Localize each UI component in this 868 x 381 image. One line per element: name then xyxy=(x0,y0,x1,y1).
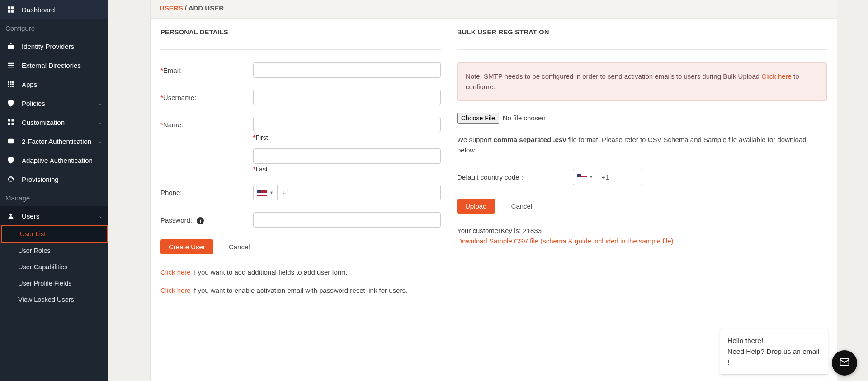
puzzle-icon xyxy=(6,118,15,127)
email-input[interactable] xyxy=(253,62,441,78)
svg-rect-17 xyxy=(12,119,14,121)
mail-icon xyxy=(839,356,850,370)
sidebar-subitem-user-capabilities[interactable]: User Capabilities xyxy=(0,259,108,275)
sidebar-item-identity-providers[interactable]: Identity Providers xyxy=(0,37,108,56)
svg-rect-16 xyxy=(8,119,10,121)
personal-details-section: PERSONAL DETAILS *Email: *Username: *Nam… xyxy=(160,29,441,296)
shield-check-icon xyxy=(6,156,15,165)
breadcrumb-users-link[interactable]: USERS xyxy=(160,4,183,12)
link-configure-smtp[interactable]: Click here xyxy=(761,72,792,80)
grid-icon xyxy=(6,80,15,89)
dropdown-caret-icon: ▼ xyxy=(269,190,274,195)
svg-rect-1 xyxy=(11,6,14,9)
sidebar-subitem-user-roles[interactable]: User Roles xyxy=(0,243,108,259)
chat-fab-button[interactable] xyxy=(832,350,857,376)
chevron-down-icon: ⌄ xyxy=(99,101,102,106)
svg-rect-19 xyxy=(12,123,14,125)
phone-country-selector[interactable]: ▼ xyxy=(254,185,278,200)
svg-rect-13 xyxy=(8,86,9,87)
password-input[interactable] xyxy=(253,212,441,228)
create-user-button[interactable]: Create User xyxy=(160,239,213,254)
svg-rect-12 xyxy=(12,84,14,85)
svg-rect-9 xyxy=(12,81,14,83)
sidebar-subitem-user-list[interactable]: User List xyxy=(1,225,108,243)
chevron-down-icon: ⌄ xyxy=(99,139,102,144)
svg-rect-0 xyxy=(8,6,10,9)
chevron-down-icon: ⌄ xyxy=(99,214,102,219)
dropdown-caret-icon: ▼ xyxy=(589,175,593,179)
svg-point-21 xyxy=(9,214,12,216)
sidebar-item-2fa[interactable]: 2-Factor Authentication ⌄ xyxy=(0,132,108,151)
sidebar-heading-manage: Manage xyxy=(0,189,108,206)
svg-rect-15 xyxy=(12,86,14,87)
helper-activation-email: Click here if you want to enable activat… xyxy=(160,285,441,296)
sidebar-item-dashboard[interactable]: Dashboard xyxy=(0,0,108,19)
svg-rect-20 xyxy=(8,139,14,144)
sidebar-label: Provisioning xyxy=(22,176,59,183)
phone-input-group: ▼ xyxy=(253,185,441,200)
sidebar-label: Adaptive Authentication xyxy=(22,157,93,164)
username-input[interactable] xyxy=(253,90,441,105)
sidebar-subitem-user-profile-fields[interactable]: User Profile Fields xyxy=(0,275,108,291)
sidebar-label: Users xyxy=(22,212,39,220)
divider xyxy=(457,49,827,50)
link-add-fields[interactable]: Click here xyxy=(160,268,191,276)
sidebar-item-policies[interactable]: Policies ⌄ xyxy=(0,94,108,113)
country-code-input[interactable] xyxy=(597,173,642,181)
label-email: *Email: xyxy=(160,62,253,74)
chat-line1: Hello there! xyxy=(727,335,821,346)
hint-first: *First xyxy=(253,134,441,141)
phone-input[interactable] xyxy=(278,185,440,200)
label-phone: Phone: xyxy=(160,185,253,196)
label-country-code: Default country code : xyxy=(457,173,523,181)
section-title-bulk: BULK USER REGISTRATION xyxy=(457,29,827,36)
sidebar-item-provisioning[interactable]: Provisioning xyxy=(0,170,108,189)
user-icon xyxy=(6,211,15,220)
flag-us-icon xyxy=(257,190,267,196)
svg-rect-6 xyxy=(8,67,14,67)
sidebar-item-external-directories[interactable]: External Directories xyxy=(0,56,108,75)
download-sample-link[interactable]: Download Sample CSV file (schema & guide… xyxy=(457,237,674,245)
upload-button[interactable]: Upload xyxy=(457,199,495,214)
lastname-input[interactable] xyxy=(253,148,441,164)
breadcrumb-current: ADD USER xyxy=(189,4,224,12)
label-name: *Name: xyxy=(160,117,253,129)
sidebar-item-customization[interactable]: Customization ⌄ xyxy=(0,113,108,132)
csv-support-text: We support comma separated .csv file for… xyxy=(457,134,827,156)
list-icon xyxy=(6,61,15,70)
sidebar-label: External Directories xyxy=(22,62,81,69)
sidebar-label: 2-Factor Authentication xyxy=(22,138,91,145)
main-content: USERS / ADD USER PERSONAL DETAILS *Email… xyxy=(108,0,868,381)
sidebar-heading-configure: Configure xyxy=(0,19,108,37)
info-icon[interactable]: i xyxy=(197,217,204,224)
link-activation-email[interactable]: Click here xyxy=(160,286,191,294)
sidebar-label: Customization xyxy=(22,119,65,126)
svg-rect-4 xyxy=(8,63,14,64)
sidebar-subitem-view-locked-users[interactable]: View Locked Users xyxy=(0,291,108,308)
cc-country-selector[interactable]: ▼ xyxy=(573,169,597,185)
sidebar-label: Dashboard xyxy=(22,6,55,14)
dashboard-icon xyxy=(6,5,15,14)
keypad-icon xyxy=(6,137,15,146)
svg-rect-10 xyxy=(8,84,9,85)
hint-last: *Last xyxy=(253,166,441,173)
flag-us-icon xyxy=(577,174,587,180)
divider xyxy=(160,49,441,50)
svg-rect-3 xyxy=(11,10,14,13)
bulk-registration-section: BULK USER REGISTRATION Note: SMTP needs … xyxy=(457,29,827,296)
svg-rect-14 xyxy=(10,86,12,87)
svg-rect-11 xyxy=(10,84,12,85)
sidebar-item-adaptive-auth[interactable]: Adaptive Authentication xyxy=(0,151,108,170)
chevron-down-icon: ⌄ xyxy=(99,120,102,125)
chat-popup: Hello there! Need Help? Drop us an email… xyxy=(720,329,828,375)
sidebar-item-apps[interactable]: Apps xyxy=(0,75,108,94)
sidebar-item-users[interactable]: Users ⌄ xyxy=(0,206,108,225)
bulk-cancel-button[interactable]: Cancel xyxy=(503,199,541,214)
choose-file-button[interactable]: Choose File xyxy=(457,113,499,124)
shield-icon xyxy=(6,99,15,108)
cancel-button[interactable]: Cancel xyxy=(221,239,258,254)
label-username: *Username: xyxy=(160,90,253,101)
firstname-input[interactable] xyxy=(253,117,441,132)
svg-rect-8 xyxy=(10,81,12,83)
svg-rect-18 xyxy=(8,123,10,125)
